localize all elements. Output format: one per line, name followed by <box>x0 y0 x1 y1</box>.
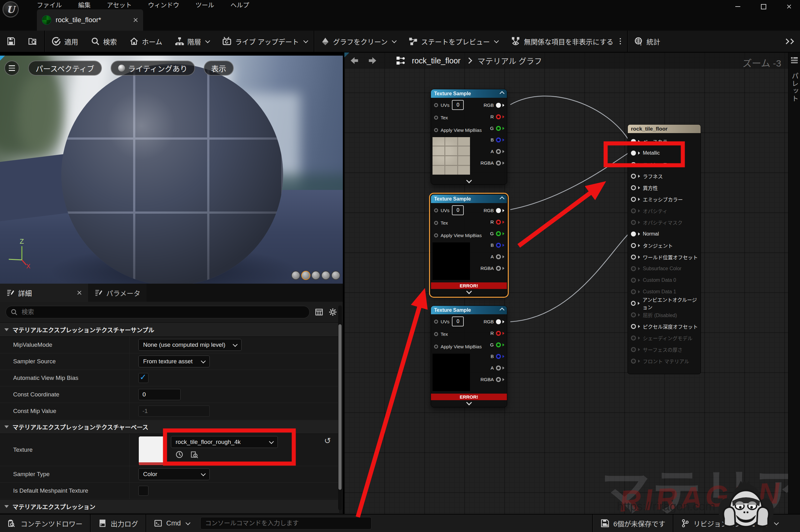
output-pin-rgba[interactable] <box>496 377 501 382</box>
output-pin-r[interactable] <box>496 331 501 336</box>
hide-unrelated-button[interactable]: 無関係な項目を非表示にする <box>504 31 627 52</box>
material-preview-viewport[interactable]: パースペクティブ ライティングあり 表示 Z X <box>0 56 343 284</box>
material-pin-front-material[interactable]: フロント マテリアル <box>628 355 701 367</box>
output-pin-rgba[interactable] <box>496 160 501 166</box>
material-result-node[interactable]: rock_tile_floor ベースカラー Metallic スペキュラ ラフ… <box>628 124 701 374</box>
auto-view-mip-bias-checkbox[interactable] <box>138 373 148 383</box>
toolbar-overflow-button[interactable] <box>778 39 800 43</box>
expand-caret-icon[interactable] <box>466 288 471 294</box>
material-pin-surface-thickness[interactable]: サーフェスの厚さ <box>628 344 701 355</box>
section-texture-sample[interactable]: マテリアルエクスプレッションテクスチャーサンプル <box>0 322 339 337</box>
preview-sphere-mesh[interactable] <box>61 64 283 284</box>
apply-button[interactable]: 適用 <box>45 31 85 52</box>
output-pin-a[interactable] <box>496 254 501 259</box>
texture-asset-dropdown[interactable]: rock_tile_floor_rough_4k <box>171 436 278 448</box>
details-search-box[interactable] <box>6 306 310 318</box>
mipvaluemode-dropdown[interactable]: None (use computed mip level) <box>138 339 242 351</box>
output-pin-a[interactable] <box>496 149 501 154</box>
input-pin-apply-view-mipbias[interactable] <box>434 345 438 349</box>
browse-asset-icon[interactable] <box>190 451 199 459</box>
texture-thumbnail[interactable] <box>138 436 167 466</box>
minimize-button[interactable] <box>732 2 743 11</box>
material-pin-subsurface-color[interactable]: Subsurface Color <box>628 263 701 274</box>
tab-parameters[interactable]: パラメータ <box>88 284 147 302</box>
menu-window[interactable]: ウィンドウ <box>148 0 179 10</box>
node-header[interactable]: Texture Sample <box>431 306 507 314</box>
tab-details[interactable]: 詳細 <box>0 284 88 302</box>
breadcrumb-page[interactable]: マテリアル グラフ <box>478 55 542 66</box>
input-pin-tex[interactable] <box>434 332 438 336</box>
material-pin-emissive-color[interactable]: エミッシブカラー <box>628 193 701 205</box>
output-pin-b[interactable] <box>496 354 501 359</box>
uvs-value-box[interactable]: 0 <box>452 317 464 326</box>
is-default-meshpaint-checkbox[interactable] <box>138 486 148 496</box>
clean-graph-button[interactable]: グラフをクリーン <box>314 31 403 52</box>
output-pin-b[interactable] <box>496 243 501 248</box>
input-pin-tex[interactable] <box>434 116 438 120</box>
content-drawer-button[interactable]: コンテンツドロワー <box>0 514 90 532</box>
cmd-dropdown[interactable]: Cmd <box>146 514 197 532</box>
menu-edit[interactable]: 編集 <box>78 0 91 10</box>
input-pin-uvs[interactable] <box>434 320 438 324</box>
output-pin-rgba[interactable] <box>496 266 501 271</box>
lit-mode-button[interactable]: ライティングあり <box>111 61 195 76</box>
material-pin-opacity[interactable]: オパシティ <box>628 205 701 216</box>
details-scrollbar[interactable] <box>338 305 342 510</box>
const-mip-value-input[interactable] <box>138 405 210 417</box>
output-pin-g[interactable] <box>496 342 501 347</box>
expand-caret-icon[interactable] <box>466 177 471 183</box>
material-graph-canvas[interactable]: rock_tile_floor マテリアル グラフ ズーム -3 パレット Te… <box>345 53 800 514</box>
search-button[interactable]: 検索 <box>85 31 123 52</box>
stats-button[interactable]: i 統計 <box>628 31 667 52</box>
result-node-title[interactable]: rock_tile_floor <box>628 125 701 133</box>
scrollbar-thumb[interactable] <box>338 324 341 490</box>
input-pin-uvs[interactable] <box>434 103 438 107</box>
output-pin-g[interactable] <box>496 231 501 236</box>
back-arrow-icon[interactable] <box>349 56 360 65</box>
section-texture-base[interactable]: マテリアルエクスプレッションテクスチャーベース <box>0 420 339 434</box>
sampler-type-dropdown[interactable]: Color <box>138 468 210 480</box>
forward-arrow-icon[interactable] <box>366 56 377 65</box>
kebab-menu-icon[interactable] <box>620 38 621 44</box>
output-pin-a[interactable] <box>496 365 501 370</box>
material-pin-metallic[interactable]: Metallic <box>628 147 701 159</box>
texture-sample-node-3[interactable]: Texture Sample UVs0 Tex Apply View MipBi… <box>431 305 507 407</box>
output-pin-g[interactable] <box>496 126 501 131</box>
texture-sample-node-1[interactable]: Texture Sample UVs0 Tex Apply View MipBi… <box>431 89 507 185</box>
show-button[interactable]: 表示 <box>204 61 234 76</box>
asset-tab-rock-tile-floor[interactable]: rock_tile_floor* <box>37 10 143 31</box>
input-pin-uvs[interactable] <box>434 208 438 212</box>
output-log-button[interactable]: 出力ログ <box>91 514 146 532</box>
input-pin-tex[interactable] <box>434 221 438 225</box>
material-pin-opacity-mask[interactable]: オパシティマスク <box>628 216 701 228</box>
unsaved-assets-button[interactable]: * 6個が未保存です <box>593 514 673 532</box>
output-pin-r[interactable] <box>496 220 501 225</box>
material-pin-pixel-depth-offset[interactable]: ピクセル深度オフセット <box>628 321 701 332</box>
node-header[interactable]: Texture Sample <box>431 195 507 203</box>
close-button[interactable] <box>784 2 794 11</box>
settings-gear-icon[interactable] <box>329 308 337 317</box>
reset-to-default-icon[interactable]: ↺ <box>324 436 331 446</box>
output-pin-rgb[interactable] <box>496 103 501 108</box>
preview-shape-cylinder-button[interactable] <box>291 271 300 280</box>
output-pin-r[interactable] <box>496 114 501 119</box>
menu-tools[interactable]: ツール <box>196 0 215 10</box>
output-pin-rgb[interactable] <box>496 208 501 213</box>
material-pin-roughness[interactable]: ラフネス <box>628 170 701 182</box>
output-pin-rgb[interactable] <box>496 319 501 324</box>
input-pin-apply-view-mipbias[interactable] <box>434 233 438 238</box>
breadcrumb-root[interactable]: rock_tile_floor <box>412 56 461 65</box>
perspective-button[interactable]: パースペクティブ <box>28 61 102 76</box>
material-pin-world-position-offset[interactable]: ワールド位置オフセット <box>628 251 701 263</box>
preview-shape-custom-mesh-button[interactable] <box>331 271 340 280</box>
input-pin-apply-view-mipbias[interactable] <box>434 128 438 132</box>
recent-assets-clock-icon[interactable] <box>175 451 183 459</box>
material-pin-shading-model[interactable]: シェーディングモデル <box>628 332 701 344</box>
details-search-input[interactable] <box>21 308 305 316</box>
material-pin-base-color[interactable]: ベースカラー <box>628 136 701 147</box>
material-pin-ambient-occlusion[interactable]: アンビエントオクルージョン <box>628 298 701 309</box>
display-filter-grid-icon[interactable] <box>315 308 323 317</box>
sampler-source-dropdown[interactable]: From texture asset <box>138 356 210 367</box>
const-coordinate-input[interactable] <box>138 389 181 400</box>
output-pin-b[interactable] <box>496 137 501 142</box>
